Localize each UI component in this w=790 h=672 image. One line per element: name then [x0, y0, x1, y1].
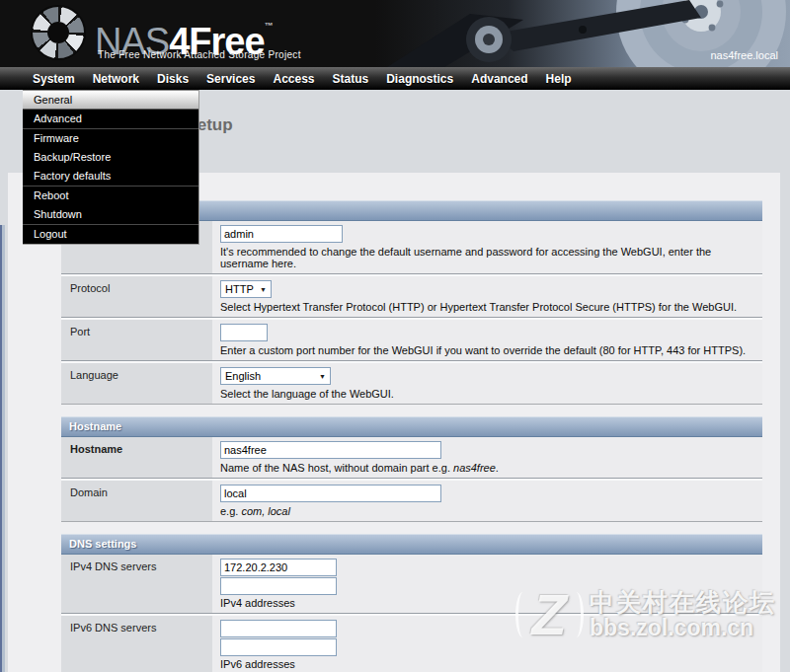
menu-item-general[interactable]: General: [23, 90, 198, 110]
section-header-dns: DNS settings: [61, 534, 762, 555]
ipv6-dns-input-1[interactable]: [220, 620, 337, 637]
system-dropdown-menu: General Advanced Firmware Backup/Restore…: [23, 90, 199, 245]
language-select[interactable]: English▼: [220, 367, 331, 385]
nav-item-advanced[interactable]: Advanced: [471, 72, 527, 86]
form-row-language: Language English▼ Select the language of…: [61, 363, 762, 404]
username-input[interactable]: [220, 225, 343, 243]
trademark-symbol: ™: [265, 21, 274, 31]
chevron-down-icon: ▼: [319, 373, 326, 380]
hostname-help: Name of the NAS host, without domain par…: [220, 462, 762, 474]
language-selected-value: English: [225, 370, 261, 382]
brand-tagline: The Free Network Attached Storage Projec…: [98, 49, 301, 60]
ipv6-dns-input-2[interactable]: [220, 638, 337, 656]
menu-item-shutdown[interactable]: Shutdown: [23, 205, 198, 224]
nav-item-diagnostics[interactable]: Diagnostics: [386, 72, 453, 86]
nav-item-services[interactable]: Services: [206, 72, 255, 86]
language-label: Language: [61, 363, 212, 404]
language-cell: English▼ Select the language of the WebG…: [212, 363, 762, 404]
form-row-protocol: Protocol HTTP▼ Select Hypertext Transfer…: [61, 276, 762, 317]
nav-item-system[interactable]: System: [33, 72, 75, 86]
watermark-arc-right: [569, 592, 584, 637]
protocol-select[interactable]: HTTP▼: [220, 280, 272, 298]
username-cell: It's recommended to change the default u…: [212, 221, 762, 273]
form-row-domain: Domain e.g. com, local: [61, 481, 762, 521]
domain-input[interactable]: [220, 485, 441, 502]
main-menubar: System Network Disks Services Access Sta…: [0, 67, 790, 90]
ipv4-dns-input-2[interactable]: [220, 577, 337, 595]
app-header: NAS4Free™ The Free Network Attached Stor…: [0, 0, 790, 67]
chevron-down-icon: ▼: [260, 286, 267, 293]
zol-watermark: Z 中关村在线论坛 bbs.zol.com.cn: [515, 589, 776, 640]
ipv4-dns-label: IPv4 DNS servers: [61, 555, 212, 613]
form-row-hostname: Hostname Name of the NAS host, without d…: [61, 437, 762, 478]
protocol-label: Protocol: [61, 276, 212, 317]
watermark-text: 中关村在线论坛 bbs.zol.com.cn: [590, 589, 776, 640]
nav-item-network[interactable]: Network: [93, 72, 139, 86]
language-help: Select the language of the WebGUI.: [220, 388, 762, 400]
domain-help: e.g. com, local: [220, 505, 762, 517]
nas4free-logo-icon: [31, 5, 86, 60]
menu-item-factory-defaults[interactable]: Factory defaults: [23, 167, 198, 186]
zol-logo: Z: [532, 589, 567, 640]
menu-item-logout[interactable]: Logout: [23, 225, 198, 244]
protocol-help: Select Hypertext Transfer Protocol (HTTP…: [220, 301, 762, 313]
domain-label: Domain: [61, 481, 212, 521]
menu-item-firmware[interactable]: Firmware: [23, 129, 198, 148]
port-input[interactable]: [220, 324, 268, 341]
nav-item-disks[interactable]: Disks: [157, 72, 189, 86]
section-hostname: Hostname Hostname Name of the NAS host, …: [61, 416, 762, 522]
left-edge-strip: [0, 225, 5, 672]
username-help: It's recommended to change the default u…: [220, 246, 762, 269]
nav-item-help[interactable]: Help: [546, 72, 572, 86]
protocol-cell: HTTP▼ Select Hypertext Transfer Protocol…: [212, 276, 762, 317]
menu-item-backup-restore[interactable]: Backup/Restore: [23, 148, 198, 167]
nav-item-access[interactable]: Access: [273, 72, 314, 86]
watermark-line2: bbs.zol.com.cn: [590, 616, 776, 640]
form-row-port: Port Enter a custom port number for the …: [61, 320, 762, 360]
hostname-input[interactable]: [220, 441, 441, 459]
domain-cell: e.g. com, local: [212, 481, 762, 521]
port-cell: Enter a custom port number for the WebGU…: [212, 320, 762, 360]
hostname-cell: Name of the NAS host, without domain par…: [212, 437, 762, 478]
port-label: Port: [61, 320, 212, 360]
ipv4-dns-input-1[interactable]: [220, 559, 337, 576]
ipv6-dns-label: IPv6 DNS servers: [61, 616, 212, 672]
hostname-label: Hostname: [61, 437, 212, 478]
port-help: Enter a custom port number for the WebGU…: [220, 344, 762, 356]
logo-hub: [47, 22, 69, 43]
menu-item-reboot[interactable]: Reboot: [23, 187, 198, 205]
menu-item-advanced[interactable]: Advanced: [23, 110, 198, 128]
watermark-line1: 中关村在线论坛: [590, 589, 776, 616]
watermark-arc-left: [515, 592, 530, 637]
section-header-hostname: Hostname: [61, 416, 762, 437]
host-label: nas4free.local: [711, 49, 779, 61]
protocol-selected-value: HTTP: [225, 283, 254, 295]
ipv6-addresses-caption: IPv6 addresses: [220, 658, 762, 670]
nav-item-status[interactable]: Status: [333, 72, 369, 86]
